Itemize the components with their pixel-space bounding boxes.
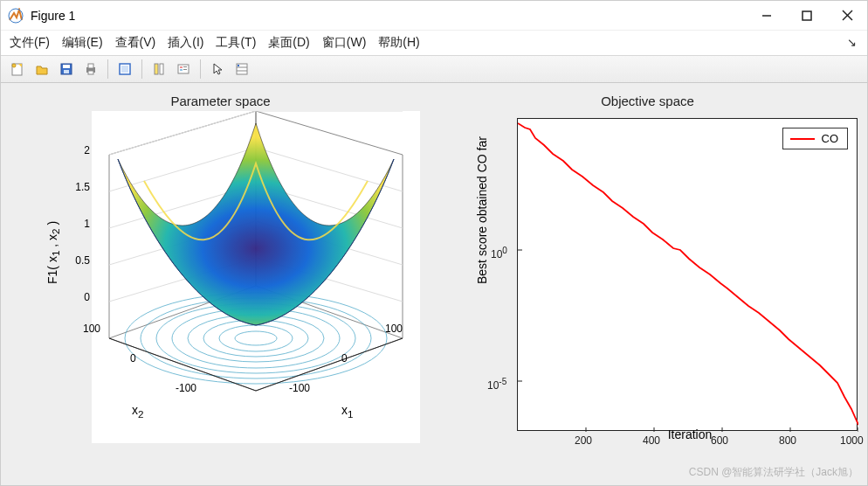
x-tick: 600	[711, 434, 728, 447]
z-tick: 1	[64, 218, 90, 230]
svg-rect-22	[183, 69, 187, 70]
line-axes[interactable]: CO	[517, 118, 858, 431]
print-button[interactable]	[79, 59, 102, 80]
insert-legend-button[interactable]	[172, 59, 195, 80]
figure-area: Parameter space ×104 F1( x1 , x2 ) 2 1.5…	[1, 83, 867, 485]
svg-point-7	[12, 64, 16, 67]
dock-icon[interactable]: ↘	[847, 36, 857, 49]
window-controls	[747, 1, 867, 31]
plot-title-right: Objective space	[445, 94, 850, 108]
maximize-button[interactable]	[787, 1, 827, 31]
svg-rect-26	[238, 65, 239, 66]
x-tick: 0	[341, 352, 348, 364]
plot-title-left: Parameter space	[18, 94, 423, 108]
surface-axes[interactable]	[92, 111, 420, 443]
new-figure-button[interactable]	[6, 59, 29, 80]
menu-window[interactable]: 窗口(W)	[322, 35, 367, 51]
x-tick: 100	[385, 323, 403, 335]
x-tick: 1000	[840, 434, 864, 447]
properties-button[interactable]	[231, 59, 253, 80]
x-tick: 400	[643, 434, 660, 447]
window-title: Figure 1	[31, 9, 747, 23]
insert-colorbar-button[interactable]	[148, 59, 170, 80]
y-tick: 0	[130, 352, 136, 364]
menu-edit[interactable]: 编辑(E)	[62, 35, 103, 51]
toolbar-separator	[141, 59, 142, 79]
close-button[interactable]	[827, 1, 867, 31]
x-tick: 800	[779, 434, 796, 447]
menu-tools[interactable]: 工具(T)	[216, 35, 256, 51]
y-axis-label-right: Best score obtained CO far	[475, 136, 489, 284]
y-tick: 100	[83, 323, 100, 335]
svg-rect-21	[183, 66, 187, 67]
objective-space-panel: Objective space Best score obtained CO f…	[445, 99, 850, 469]
z-tick: 1.5	[64, 181, 90, 193]
legend-swatch	[790, 138, 815, 140]
svg-rect-17	[160, 64, 163, 74]
x-tick: 200	[575, 434, 592, 447]
edit-plot-button[interactable]	[114, 59, 136, 80]
menu-insert[interactable]: 插入(I)	[168, 35, 203, 51]
x-axis-label-right: Iteration	[668, 427, 713, 441]
svg-rect-10	[64, 70, 69, 73]
svg-point-44	[219, 325, 293, 351]
x-tick: -100	[289, 382, 310, 394]
y-tick: -100	[176, 382, 196, 394]
open-button[interactable]	[31, 59, 53, 80]
menu-bar: 文件(F) 编辑(E) 查看(V) 插入(I) 工具(T) 桌面(D) 窗口(W…	[1, 31, 867, 55]
z-tick: 0.5	[64, 254, 90, 267]
svg-rect-2	[803, 11, 811, 20]
convergence-line	[518, 119, 858, 432]
matlab-logo-icon	[8, 8, 24, 24]
toolbar-separator	[200, 59, 201, 79]
menu-desktop[interactable]: 桌面(D)	[268, 35, 309, 51]
parameter-space-panel: Parameter space ×104 F1( x1 , x2 ) 2 1.5…	[18, 99, 423, 469]
save-button[interactable]	[55, 59, 78, 80]
surface-plot	[92, 111, 420, 443]
svg-rect-9	[63, 65, 70, 68]
svg-rect-16	[155, 64, 158, 74]
svg-rect-12	[88, 64, 93, 68]
pointer-button[interactable]	[206, 59, 229, 80]
z-tick: 2	[64, 144, 90, 156]
y-tick: 100	[491, 246, 507, 260]
toolbar-separator	[107, 59, 108, 79]
y-tick: 10-5	[487, 377, 506, 392]
svg-rect-15	[121, 66, 128, 73]
minimize-button[interactable]	[747, 1, 787, 31]
z-axis-label: F1( x1 , x2 )	[45, 221, 62, 284]
z-tick: 0	[64, 291, 90, 303]
svg-line-28	[109, 111, 256, 155]
menu-view[interactable]: 查看(V)	[115, 35, 156, 51]
menu-file[interactable]: 文件(F)	[10, 35, 50, 51]
legend[interactable]: CO	[782, 128, 849, 149]
y-axis-label: x2	[132, 403, 143, 420]
legend-label: CO	[822, 132, 839, 145]
titlebar: Figure 1	[1, 1, 867, 31]
toolbar	[1, 55, 867, 83]
svg-rect-13	[88, 71, 93, 74]
menu-help[interactable]: 帮助(H)	[378, 35, 419, 51]
svg-point-45	[235, 331, 277, 345]
x-axis-label: x1	[341, 403, 353, 420]
